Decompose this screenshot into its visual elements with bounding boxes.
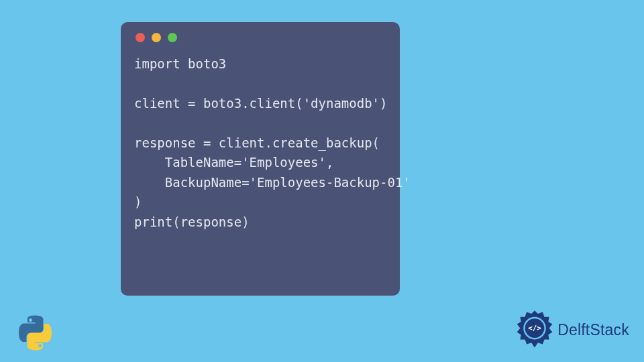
close-icon xyxy=(136,33,145,42)
brand-name: DelftStack xyxy=(557,321,629,339)
gear-icon: </> xyxy=(515,310,555,350)
minimize-icon xyxy=(152,33,161,42)
maximize-icon xyxy=(168,33,177,42)
code-window: import boto3 client = boto3.client('dyna… xyxy=(121,22,400,296)
python-logo-icon xyxy=(17,314,54,351)
window-titlebar xyxy=(134,33,386,42)
delftstack-logo: </> DelftStack xyxy=(515,310,629,350)
svg-text:</>: </> xyxy=(528,324,541,333)
code-block: import boto3 client = boto3.client('dyna… xyxy=(134,54,386,232)
